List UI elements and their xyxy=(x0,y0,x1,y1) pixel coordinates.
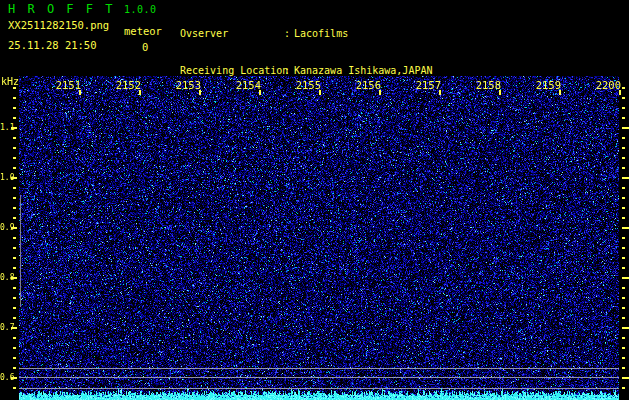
freq-minor-tick xyxy=(622,357,625,359)
freq-minor-tick xyxy=(13,287,16,289)
meteor-counter-label: meteor xyxy=(124,25,162,37)
time-tick-mark xyxy=(439,90,441,95)
freq-minor-tick xyxy=(13,317,16,319)
freq-minor-tick xyxy=(13,337,16,339)
freq-minor-tick xyxy=(622,347,625,349)
freq-minor-tick xyxy=(13,157,16,159)
freq-major-tick xyxy=(622,227,629,229)
freq-minor-tick xyxy=(13,207,16,209)
output-filename: XX2511282150.png xyxy=(8,19,109,31)
freq-minor-tick xyxy=(622,187,625,189)
meteor-counter-value: 0 xyxy=(142,41,148,53)
freq-major-tick xyxy=(11,327,17,329)
freq-minor-tick xyxy=(622,147,625,149)
freq-minor-tick xyxy=(13,237,16,239)
freq-minor-tick xyxy=(622,197,625,199)
freq-minor-tick xyxy=(622,97,625,99)
capture-datetime: 25.11.28 21:50 xyxy=(8,39,97,51)
freq-minor-tick xyxy=(622,337,625,339)
info-label: Ovserver xyxy=(180,28,284,40)
freq-minor-tick xyxy=(13,387,16,389)
time-tick-label: 2159 xyxy=(521,79,561,91)
frequency-unit-label: kHz xyxy=(1,76,19,87)
freq-minor-tick xyxy=(13,357,16,359)
freq-minor-tick xyxy=(13,217,16,219)
time-tick-mark xyxy=(79,90,81,95)
freq-minor-tick xyxy=(13,87,16,89)
freq-minor-tick xyxy=(13,197,16,199)
freq-minor-tick xyxy=(622,247,625,249)
freq-minor-tick xyxy=(622,207,625,209)
freq-minor-tick xyxy=(13,137,16,139)
freq-minor-tick xyxy=(13,347,16,349)
info-value: Kanazawa Ishikawa,JAPAN xyxy=(294,65,432,76)
freq-major-tick xyxy=(622,177,629,179)
time-tick-label: 2154 xyxy=(221,79,261,91)
time-tick-label: 2158 xyxy=(461,79,501,91)
freq-minor-tick xyxy=(622,317,625,319)
time-tick-mark xyxy=(619,90,621,95)
freq-minor-tick xyxy=(13,167,16,169)
freq-minor-tick xyxy=(13,117,16,119)
time-tick-label: 2152 xyxy=(101,79,141,91)
info-value: Lacofilms xyxy=(294,28,348,39)
freq-minor-tick xyxy=(13,97,16,99)
freq-minor-tick xyxy=(622,297,625,299)
freq-major-tick xyxy=(11,177,17,179)
freq-minor-tick xyxy=(622,257,625,259)
time-tick-mark xyxy=(199,90,201,95)
freq-minor-tick xyxy=(622,367,625,369)
freq-minor-tick xyxy=(622,117,625,119)
freq-minor-tick xyxy=(13,187,16,189)
freq-minor-tick xyxy=(622,87,625,89)
freq-minor-tick xyxy=(13,247,16,249)
info-separator: : xyxy=(284,28,294,40)
app-title: H R O F F T xyxy=(8,2,115,16)
time-tick-label: 2151 xyxy=(41,79,81,91)
time-tick-label: 2157 xyxy=(401,79,441,91)
freq-major-tick xyxy=(622,277,629,279)
time-tick-label: 2153 xyxy=(161,79,201,91)
time-tick-label: 2156 xyxy=(341,79,381,91)
info-row-observer: Ovserver:Lacofilms xyxy=(180,28,432,40)
freq-minor-tick xyxy=(13,147,16,149)
freq-minor-tick xyxy=(13,267,16,269)
freq-minor-tick xyxy=(622,137,625,139)
freq-major-tick xyxy=(11,227,17,229)
freq-minor-tick xyxy=(13,307,16,309)
time-tick-mark xyxy=(259,90,261,95)
freq-major-tick xyxy=(622,127,629,129)
freq-minor-tick xyxy=(13,257,16,259)
time-tick-mark xyxy=(319,90,321,95)
freq-major-tick xyxy=(11,377,17,379)
time-tick-mark xyxy=(559,90,561,95)
freq-minor-tick xyxy=(622,287,625,289)
freq-minor-tick xyxy=(622,237,625,239)
freq-minor-tick xyxy=(622,387,625,389)
time-tick-mark xyxy=(499,90,501,95)
time-tick-label: 2200 xyxy=(581,79,621,91)
freq-minor-tick xyxy=(13,297,16,299)
freq-minor-tick xyxy=(622,167,625,169)
freq-minor-tick xyxy=(622,157,625,159)
freq-minor-tick xyxy=(622,307,625,309)
app-version: 1.0.0 xyxy=(124,4,157,15)
freq-major-tick xyxy=(11,127,17,129)
freq-minor-tick xyxy=(13,107,16,109)
freq-minor-tick xyxy=(622,267,625,269)
time-tick-label: 2155 xyxy=(281,79,321,91)
freq-major-tick xyxy=(622,377,629,379)
hrofft-window: H R O F F T 1.0.0 XX2511282150.png meteo… xyxy=(0,0,629,400)
time-tick-mark xyxy=(379,90,381,95)
freq-major-tick xyxy=(11,277,17,279)
freq-minor-tick xyxy=(13,367,16,369)
time-tick-mark xyxy=(139,90,141,95)
freq-minor-tick xyxy=(622,217,625,219)
spectrogram-canvas xyxy=(19,76,619,400)
freq-major-tick xyxy=(622,327,629,329)
freq-minor-tick xyxy=(622,107,625,109)
